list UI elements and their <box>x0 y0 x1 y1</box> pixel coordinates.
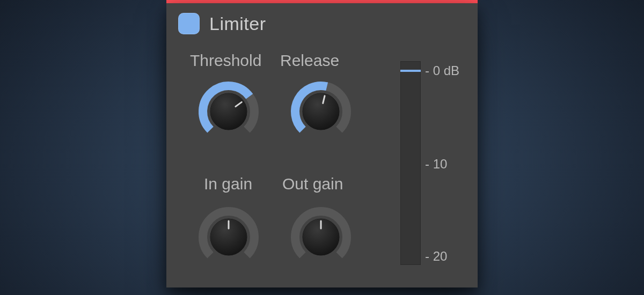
in-gain-knob[interactable] <box>196 205 261 269</box>
release-knob[interactable] <box>289 79 353 144</box>
svg-point-4 <box>303 93 339 130</box>
in-gain-label: In gain <box>204 175 252 193</box>
meter-label-0db: - 0 dB <box>425 63 459 78</box>
gain-reduction-meter: - 0 dB - 10 - 20 <box>400 61 465 265</box>
out-gain-knob[interactable] <box>289 205 353 269</box>
app-background: Limiter Threshold Release In gain Out ga… <box>0 0 644 295</box>
controls-area: Threshold Release In gain Out gain <box>166 46 478 287</box>
release-label: Release <box>280 51 339 70</box>
meter-label-20db: - 20 <box>425 249 447 264</box>
out-gain-label: Out gain <box>282 175 343 193</box>
threshold-label: Threshold <box>190 51 261 70</box>
enable-toggle[interactable] <box>178 13 200 34</box>
meter-track <box>400 61 421 265</box>
plugin-title: Limiter <box>209 13 266 34</box>
threshold-knob[interactable] <box>196 79 261 144</box>
limiter-panel: Limiter Threshold Release In gain Out ga… <box>166 0 478 287</box>
svg-point-1 <box>210 93 247 130</box>
meter-marker <box>400 70 421 72</box>
panel-body: Limiter Threshold Release In gain Out ga… <box>166 3 478 287</box>
panel-header: Limiter <box>166 3 478 39</box>
meter-label-10db: - 10 <box>425 157 447 172</box>
